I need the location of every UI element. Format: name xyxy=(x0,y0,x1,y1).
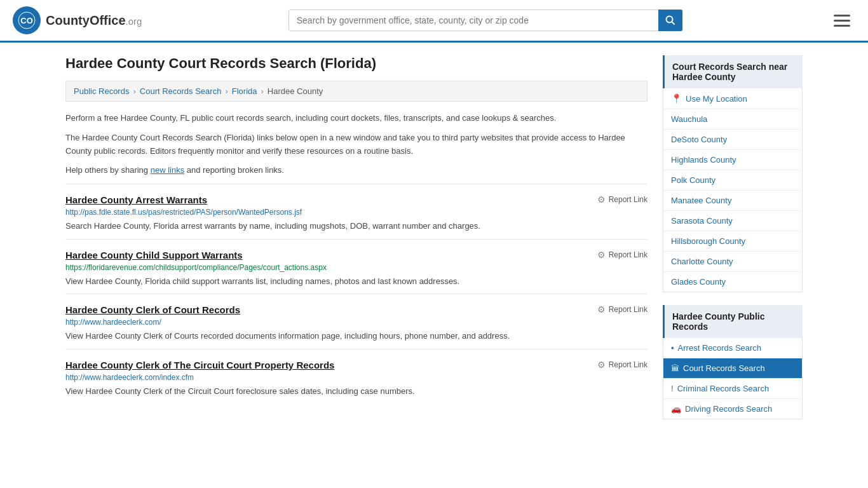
breadcrumb-current: Hardee County xyxy=(268,86,323,96)
records-section: Hardee County Public Records ▪ Arrest Re… xyxy=(663,305,803,419)
results-list: Hardee County Arrest Warrants ⚙ Report L… xyxy=(65,184,648,403)
result-url-1[interactable]: http://pas.fdle.state.fl.us/pas/restrict… xyxy=(65,208,648,217)
result-item: Hardee County Clerk of Court Records ⚙ R… xyxy=(65,294,648,349)
report-link-3[interactable]: ⚙ Report Link xyxy=(597,304,648,315)
list-item: DeSoto County xyxy=(663,130,802,150)
nearby-glades-link[interactable]: Glades County xyxy=(663,272,802,292)
nearby-hillsborough-link[interactable]: Hillsborough County xyxy=(663,231,802,251)
court-records-link[interactable]: 🏛 Court Records Search xyxy=(663,358,802,378)
driving-icon: 🚗 xyxy=(671,404,681,414)
result-desc-2: View Hardee County, Florida child suppor… xyxy=(65,275,648,288)
logo-area: CO CountyOffice.org xyxy=(13,6,142,34)
result-header: Hardee County Child Support Warrants ⚙ R… xyxy=(65,250,648,261)
arrest-records-link[interactable]: ▪ Arrest Records Search xyxy=(663,338,802,358)
arrest-icon: ▪ xyxy=(671,343,674,353)
records-header: Hardee County Public Records xyxy=(663,305,803,338)
list-item: ! Criminal Records Search xyxy=(663,379,802,399)
list-item: Sarasota County xyxy=(663,211,802,231)
list-item: Highlands County xyxy=(663,150,802,170)
location-icon: 📍 xyxy=(671,93,682,104)
list-item: Manatee County xyxy=(663,191,802,211)
result-item: Hardee County Arrest Warrants ⚙ Report L… xyxy=(65,184,648,239)
result-desc-3: View Hardee County Clerk of Courts recor… xyxy=(65,330,648,342)
breadcrumb-sep-2: › xyxy=(225,86,227,96)
description-para3: Help others by sharing new links and rep… xyxy=(65,164,648,177)
result-header: Hardee County Arrest Warrants ⚙ Report L… xyxy=(65,194,648,205)
main-container: Hardee County Court Records Search (Flor… xyxy=(53,43,815,445)
nearby-manatee-link[interactable]: Manatee County xyxy=(663,191,802,210)
description-para2: The Hardee County Court Records Search (… xyxy=(65,132,648,158)
result-title-4[interactable]: Hardee County Clerk of The Circuit Court… xyxy=(65,360,334,370)
breadcrumb-court-records[interactable]: Court Records Search xyxy=(140,86,222,96)
new-links-link[interactable]: new links xyxy=(151,165,184,175)
report-link-1[interactable]: ⚙ Report Link xyxy=(597,194,648,205)
driving-records-link[interactable]: 🚗 Driving Records Search xyxy=(663,399,802,419)
nearby-polk-link[interactable]: Polk County xyxy=(663,170,802,190)
result-title-2[interactable]: Hardee County Child Support Warrants xyxy=(65,250,243,261)
nearby-desoto-link[interactable]: DeSoto County xyxy=(663,130,802,149)
nearby-sarasota-link[interactable]: Sarasota County xyxy=(663,211,802,231)
result-url-3[interactable]: http://www.hardeeclerk.com/ xyxy=(65,318,648,327)
result-url-4[interactable]: http://www.hardeeclerk.com/index.cfm xyxy=(65,373,648,382)
description-para1: Perform a free Hardee County, FL public … xyxy=(65,112,648,125)
breadcrumb-public-records[interactable]: Public Records xyxy=(74,86,129,96)
nearby-section: Court Records Search near Hardee County … xyxy=(663,55,803,292)
search-area xyxy=(288,10,682,31)
result-item: Hardee County Child Support Warrants ⚙ R… xyxy=(65,239,648,294)
report-icon-4: ⚙ xyxy=(597,360,606,370)
description-section: Perform a free Hardee County, FL public … xyxy=(65,112,648,177)
sidebar: Court Records Search near Hardee County … xyxy=(663,55,803,432)
list-item: Hillsborough County xyxy=(663,231,802,252)
breadcrumb-florida[interactable]: Florida xyxy=(232,86,257,96)
list-item: Charlotte County xyxy=(663,252,802,272)
svg-line-3 xyxy=(672,22,674,24)
criminal-icon: ! xyxy=(671,384,674,393)
report-link-4[interactable]: ⚙ Report Link xyxy=(597,360,648,370)
hamburger-menu-button[interactable] xyxy=(829,12,855,29)
nearby-charlotte-link[interactable]: Charlotte County xyxy=(663,252,802,271)
search-input[interactable] xyxy=(288,10,682,31)
list-item: 🚗 Driving Records Search xyxy=(663,399,802,419)
result-title[interactable]: Hardee County Arrest Warrants xyxy=(65,194,207,205)
search-button[interactable] xyxy=(658,10,682,31)
logo-icon: CO xyxy=(13,6,41,34)
breadcrumb-sep-1: › xyxy=(133,86,135,96)
nearby-wauchula-link[interactable]: Wauchula xyxy=(663,109,802,129)
list-item: Polk County xyxy=(663,170,802,191)
list-item: 📍 Use My Location xyxy=(663,88,802,109)
records-list: ▪ Arrest Records Search 🏛 Court Records … xyxy=(663,338,803,419)
report-icon-2: ⚙ xyxy=(597,250,606,260)
breadcrumb: Public Records › Court Records Search › … xyxy=(65,81,648,102)
result-item: Hardee County Clerk of The Circuit Court… xyxy=(65,349,648,404)
result-desc-4: View Hardee County Clerk of the Circuit … xyxy=(65,385,648,398)
list-item: 🏛 Court Records Search xyxy=(663,358,802,379)
use-my-location-link[interactable]: 📍 Use My Location xyxy=(663,88,802,109)
result-header: Hardee County Clerk of The Circuit Court… xyxy=(65,360,648,370)
report-icon-1: ⚙ xyxy=(597,194,606,205)
content-area: Hardee County Court Records Search (Flor… xyxy=(65,55,648,432)
result-url-2[interactable]: https://floridarevenue.com/childsupport/… xyxy=(65,263,648,272)
nearby-header: Court Records Search near Hardee County xyxy=(663,55,803,88)
report-link-2[interactable]: ⚙ Report Link xyxy=(597,250,648,260)
list-item: Glades County xyxy=(663,272,802,292)
criminal-records-link[interactable]: ! Criminal Records Search xyxy=(663,379,802,398)
nearby-list: 📍 Use My Location Wauchula DeSoto County xyxy=(663,88,803,292)
result-header: Hardee County Clerk of Court Records ⚙ R… xyxy=(65,304,648,315)
site-header: CO CountyOffice.org xyxy=(0,0,868,43)
list-item: ▪ Arrest Records Search xyxy=(663,338,802,358)
nearby-highlands-link[interactable]: Highlands County xyxy=(663,150,802,170)
result-title-3[interactable]: Hardee County Clerk of Court Records xyxy=(65,304,240,315)
report-icon-3: ⚙ xyxy=(597,304,606,315)
court-icon: 🏛 xyxy=(671,363,679,373)
page-title: Hardee County Court Records Search (Flor… xyxy=(65,55,648,72)
logo-text: CountyOffice.org xyxy=(46,13,142,28)
breadcrumb-sep-3: › xyxy=(261,86,264,96)
svg-text:CO: CO xyxy=(20,16,33,25)
result-desc-1: Search Hardee County, Florida arrest war… xyxy=(65,220,648,233)
list-item: Wauchula xyxy=(663,109,802,130)
